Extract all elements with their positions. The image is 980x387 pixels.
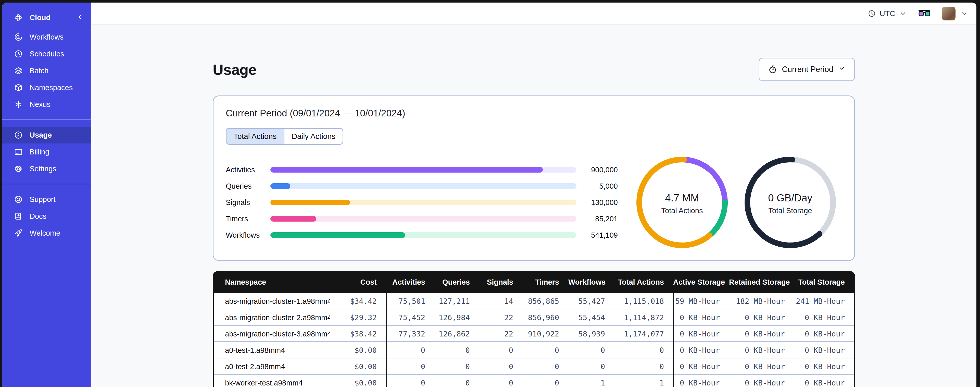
sidebar-collapse-button[interactable] [76, 13, 84, 22]
cell-activities: 0 [386, 375, 434, 387]
namespace-link[interactable]: a0-test-2.a98mm4 [225, 363, 285, 371]
cell-total-storage: 0 KB-Hour [794, 379, 854, 387]
sidebar-item-schedules[interactable]: Schedules [2, 45, 91, 62]
donut-segment-workflows [710, 200, 725, 235]
sidebar-item-billing[interactable]: Billing [2, 144, 91, 160]
period-selector-button[interactable]: Current Period [759, 58, 855, 81]
sidebar-item-nexus[interactable]: Nexus [2, 96, 91, 113]
namespace-link[interactable]: abs-migration-cluster-1.a98mm4 [225, 297, 330, 305]
tab-total-actions[interactable]: Total Actions [226, 129, 285, 144]
sidebar-item-support[interactable]: Support [2, 191, 91, 208]
bar-value: 85,201 [576, 215, 618, 223]
bar-value: 900,000 [576, 166, 618, 174]
column-header-retained-storage: Retained Storage [729, 278, 794, 286]
profile-menu[interactable] [942, 6, 968, 21]
usage-bar-row: Signals 130,000 [226, 194, 618, 211]
namespace-link[interactable]: bk-worker-test.a98mm4 [225, 379, 303, 387]
column-header-namespace: Namespace [214, 278, 330, 286]
total-storage-donut: 0 GB/Day Total Storage [744, 157, 836, 248]
usage-icon [14, 130, 23, 140]
bar-value: 541,109 [576, 231, 618, 240]
bar-label: Timers [226, 215, 270, 223]
sidebar-divider [2, 184, 91, 184]
namespace-cell: abs-migration-cluster-3.a98mm4 [214, 330, 330, 338]
total-actions-value: 4.7 MM [636, 192, 728, 204]
column-header-signals: Signals [479, 278, 522, 286]
cell-timers: 910,922 [522, 329, 568, 338]
brand-label: Cloud [30, 14, 51, 22]
namespace-cell: bk-worker-test.a98mm4 [214, 379, 330, 387]
chevron-down-icon [838, 65, 846, 74]
cell-cost: $0.00 [330, 346, 386, 355]
clock-icon [868, 10, 876, 18]
cell-queries: 126,862 [434, 329, 479, 338]
namespace-link[interactable]: a0-test-1.a98mm4 [225, 346, 285, 354]
sidebar-item-welcome[interactable]: Welcome [2, 225, 91, 241]
topbar: UTC [91, 3, 977, 25]
sidebar-item-docs[interactable]: Docs [2, 208, 91, 225]
sidebar-item-batch[interactable]: Batch [2, 62, 91, 79]
tab-daily-actions[interactable]: Daily Actions [285, 129, 342, 144]
sidebar-item-usage[interactable]: Usage [2, 126, 91, 144]
cell-total-storage: 241 MB-Hour [794, 297, 854, 305]
cell-queries: 0 [434, 379, 479, 387]
cell-queries: 0 [434, 362, 479, 371]
sidebar-item-workflows[interactable]: Workflows [2, 29, 91, 45]
bar-label: Signals [226, 198, 270, 207]
namespace-cell: a0-test-1.a98mm4 [214, 346, 330, 355]
cell-total-actions: 0 [614, 362, 673, 371]
cell-active-storage: 0 KB-Hour [673, 326, 729, 342]
cell-total-actions: 1,114,872 [614, 313, 673, 322]
column-header-cost: Cost [330, 278, 386, 286]
glasses-icon [918, 10, 931, 18]
usage-bar-chart: Activities 900,000 Queries 5,000 Signals [226, 162, 618, 243]
bar-fill [270, 200, 350, 205]
cell-timers: 0 [522, 379, 568, 387]
workflows-icon [14, 32, 23, 42]
sidebar-item-label: Support [30, 195, 56, 204]
sidebar-item-label: Nexus [30, 100, 51, 109]
cell-queries: 126,984 [434, 313, 479, 322]
sidebar-brand[interactable]: Cloud [2, 9, 91, 26]
cell-signals: 0 [479, 346, 522, 355]
sidebar-item-namespaces[interactable]: Namespaces [2, 79, 91, 96]
sidebar-item-label: Namespaces [30, 83, 73, 92]
cell-signals: 0 [479, 362, 522, 371]
cell-total-actions: 0 [614, 346, 673, 355]
namespace-link[interactable]: abs-migration-cluster-3.a98mm4 [225, 330, 330, 338]
batch-icon [14, 66, 23, 75]
cell-active-storage: 0 KB-Hour [673, 309, 729, 326]
cell-total-actions: 1,115,018 [614, 297, 673, 305]
namespace-link[interactable]: abs-migration-cluster-2.a98mm4 [225, 313, 330, 321]
namespace-cell: a0-test-2.a98mm4 [214, 363, 330, 371]
bar-track [270, 232, 576, 238]
column-header-total-storage: Total Storage [794, 278, 854, 286]
cell-workflows: 0 [568, 362, 614, 371]
table-row: a0-test-1.a98mm4$0.000000000 KB-Hour0 KB… [214, 342, 854, 358]
cell-cost: $38.42 [330, 329, 386, 338]
bar-track [270, 200, 576, 205]
sidebar-item-label: Docs [30, 212, 46, 221]
temporal-logo-icon [14, 13, 23, 22]
labs-toggle[interactable] [918, 10, 931, 18]
cell-total-storage: 0 KB-Hour [794, 329, 854, 338]
bar-value: 5,000 [576, 182, 618, 190]
namespaces-icon [14, 83, 23, 92]
bar-track [270, 216, 576, 222]
sidebar-item-settings[interactable]: Settings [2, 160, 91, 177]
cell-active-storage: 0 KB-Hour [673, 375, 729, 387]
usage-bar-row: Activities 900,000 [226, 162, 618, 178]
sidebar-item-label: Billing [30, 148, 49, 156]
timezone-picker[interactable]: UTC [868, 9, 907, 18]
cell-cost: $0.00 [330, 379, 386, 387]
cell-total-storage: 0 KB-Hour [794, 362, 854, 371]
cell-cost: $0.00 [330, 362, 386, 371]
content-area: Usage Current Period Current Period (09/… [91, 25, 977, 387]
column-header-activities: Activities [386, 278, 434, 286]
namespace-cell: abs-migration-cluster-1.a98mm4 [214, 297, 330, 305]
table-row: abs-migration-cluster-1.a98mm4$34.4275,5… [214, 293, 854, 309]
sidebar-item-label: Settings [30, 165, 56, 173]
usage-donuts: 4.7 MM Total Actions 0 GB/Day Total Stor… [636, 157, 836, 248]
cell-queries: 127,211 [434, 297, 479, 305]
sidebar-item-label: Schedules [30, 50, 64, 58]
